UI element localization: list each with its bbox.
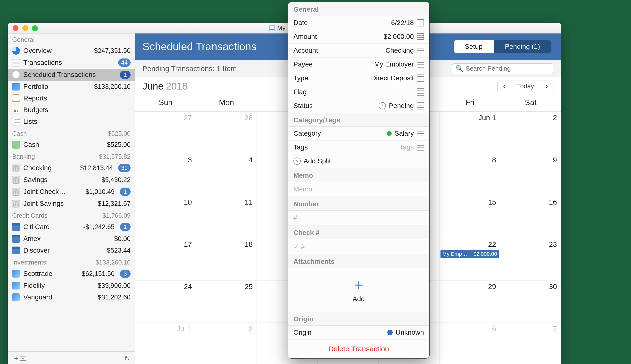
sidebar-item-value: $31,202.60 [98, 294, 130, 301]
calendar-cell[interactable]: 18 [196, 238, 257, 280]
add-split-button[interactable]: Add Split [288, 154, 429, 168]
sidebar-footer: ＋ ↻ [8, 352, 135, 364]
calendar-cell[interactable]: 23 [500, 238, 561, 280]
sidebar-item[interactable]: Fidelity$39,906.00 [8, 280, 135, 292]
field-tags[interactable]: Tags Tags [288, 140, 429, 154]
sidebar-section-header[interactable]: Banking$31,575.82 [8, 150, 135, 162]
calendar-cell[interactable]: 3 [135, 154, 196, 196]
field-origin[interactable]: Origin Unknown [288, 326, 429, 340]
calendar-event[interactable]: My Emp…$2,000.00 [440, 250, 499, 258]
calendar-cell[interactable]: 4 [196, 154, 257, 196]
sidebar-item[interactable]: Reports [8, 92, 135, 104]
refresh-button[interactable]: ↻ [124, 354, 130, 362]
field-type[interactable]: Type Direct Deposit [288, 71, 429, 85]
field-category[interactable]: Category Salary [288, 127, 429, 140]
field-flag[interactable]: Flag [288, 85, 429, 99]
calendar-cell[interactable]: 9 [500, 154, 561, 196]
sidebar-item[interactable]: Lists [8, 116, 135, 128]
calendar-cell[interactable]: 16 [500, 196, 561, 238]
calendar-cell[interactable]: 11 [196, 196, 257, 238]
calendar-cell[interactable]: 17 [135, 238, 196, 280]
calendar-cell[interactable]: 10 [135, 196, 196, 238]
prev-month-button[interactable]: ‹ [498, 81, 511, 92]
sidebar-item[interactable]: Scottrade$62,151.503 [8, 268, 135, 280]
sidebar-section-header[interactable]: General [8, 34, 135, 45]
add-attachment-button[interactable]: ＋ Add [288, 268, 429, 312]
sidebar-item[interactable]: Discover-$523.44 [8, 244, 135, 256]
list-icon[interactable] [417, 144, 424, 151]
minimize-window-button[interactable] [22, 25, 28, 31]
calendar-cell[interactable]: Jun 1 [440, 112, 500, 154]
calendar-cell[interactable]: 22My Emp…$2,000.00 [440, 238, 500, 280]
sidebar-item[interactable]: Joint Check…$1,010.491 [8, 186, 135, 198]
list-icon[interactable] [417, 102, 424, 110]
sidebar-item[interactable]: Portfolio$133,260.10 [8, 81, 135, 92]
day-number: 28 [245, 114, 253, 122]
today-button[interactable]: Today [511, 81, 540, 92]
sidebar-item[interactable]: Vanguard$31,202.60 [8, 292, 135, 303]
zoom-window-button[interactable] [32, 25, 38, 31]
day-number: 29 [488, 282, 496, 291]
field-date[interactable]: Date 6/22/18 [288, 16, 429, 30]
field-status[interactable]: Status Pending [288, 99, 429, 113]
field-payee[interactable]: Payee My Employer [288, 58, 429, 71]
calendar-cell[interactable]: 30 [500, 280, 561, 323]
list-icon[interactable] [417, 74, 424, 82]
sidebar-item-badge: 3 [120, 270, 130, 278]
sidebar-item[interactable]: Scheduled Transactions1 [8, 69, 135, 81]
next-month-button[interactable]: › [540, 81, 554, 92]
sidebar-item[interactable]: Overview$247,351.50 [8, 45, 135, 56]
memo-input[interactable]: Memo [288, 182, 429, 197]
day-number: 8 [492, 156, 496, 164]
add-account-button[interactable]: ＋ [12, 353, 20, 363]
search-input[interactable] [466, 65, 550, 72]
view-segmented-control[interactable]: Setup Pending (1) [453, 40, 552, 53]
inv-icon [12, 294, 20, 301]
delete-transaction-button[interactable]: Delete Transaction [288, 340, 429, 358]
sidebar-item[interactable]: Cash$525.00 [8, 139, 135, 150]
sidebar-section-header[interactable]: Credit Cards-$1,766.09 [8, 210, 135, 221]
sidebar-item-label: Portfolio [23, 83, 91, 90]
field-amount[interactable]: Amount $2,000.00 [288, 30, 429, 44]
sidebar-item[interactable]: Amex$0.00 [8, 233, 135, 244]
check-input[interactable]: ✓ # [288, 239, 429, 254]
sidebar-item[interactable]: Checking$12,813.4439 [8, 162, 135, 174]
sidebar-section-header[interactable]: Investments$133,260.10 [8, 256, 135, 268]
sidebar-item[interactable]: Citi Card-$1,242.651 [8, 221, 135, 233]
calendar-cell[interactable]: 8 [440, 154, 500, 196]
close-window-button[interactable] [12, 25, 18, 31]
sidebar-item[interactable]: Budgets [8, 104, 135, 116]
calendar-cell[interactable]: Jul 1 [135, 323, 196, 364]
calculator-icon[interactable] [417, 33, 424, 40]
sidebar-item-value: $12,813.44 [80, 164, 113, 172]
calendar-cell[interactable]: 29 [440, 280, 500, 323]
calendar-icon[interactable] [417, 19, 424, 26]
sidebar-item[interactable]: Transactions44 [8, 56, 135, 69]
calendar-cell[interactable]: 6 [440, 323, 500, 364]
calendar-cell[interactable]: 24 [135, 280, 196, 323]
list-icon[interactable] [417, 61, 424, 68]
calendar-cell[interactable]: 27 [135, 112, 196, 154]
sidebar-item[interactable]: Savings$5,430.22 [8, 174, 135, 186]
sidebar-item[interactable]: Joint Savings$12,321.67 [8, 198, 135, 210]
field-account[interactable]: Account Checking [288, 44, 429, 58]
segment-pending[interactable]: Pending (1) [494, 40, 551, 53]
bank-icon [12, 188, 20, 196]
calendar-cell[interactable]: 25 [196, 280, 257, 323]
search-field[interactable]: 🔍 [452, 63, 554, 74]
list-icon[interactable] [417, 88, 424, 96]
calendar-cell[interactable]: 28 [196, 112, 257, 154]
calendar-cell[interactable]: 2 [196, 323, 257, 364]
calendar-cell[interactable]: 7 [500, 323, 561, 364]
sidebar-section-header[interactable]: Cash$525.00 [8, 128, 135, 139]
list-icon[interactable] [417, 130, 424, 137]
list-icon[interactable] [417, 47, 424, 54]
calendar-cell[interactable]: 2 [500, 112, 561, 154]
calendar-nav[interactable]: ‹ Today › [497, 80, 554, 92]
calendar-cell[interactable]: 15 [440, 196, 500, 238]
segment-setup[interactable]: Setup [454, 40, 494, 53]
sidebar-toggle-button[interactable] [20, 356, 26, 361]
number-input[interactable]: # [288, 211, 429, 226]
day-number: 2 [553, 114, 557, 122]
page-title: Scheduled Transactions [142, 40, 256, 53]
